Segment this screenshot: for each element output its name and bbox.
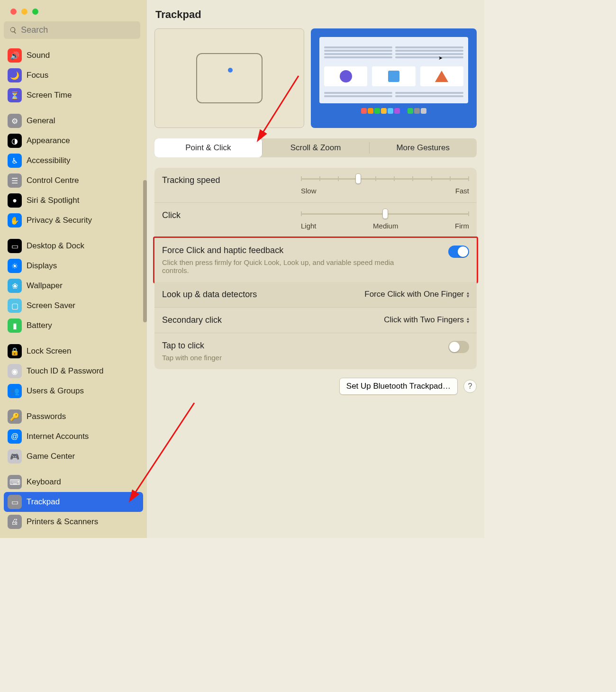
screen-saver-icon: ▢ xyxy=(8,299,22,313)
sidebar-item-users-groups[interactable]: 👥Users & Groups xyxy=(4,381,143,401)
secondary-click-select[interactable]: Click with Two Fingers ▴▾ xyxy=(384,315,469,325)
sidebar-item-appearance[interactable]: ◑Appearance xyxy=(4,131,143,151)
battery-icon: ▮ xyxy=(8,319,22,333)
trackpad-preview xyxy=(154,28,304,128)
sidebar: 🔊Sound🌙Focus⏳Screen Time⚙︎General◑Appear… xyxy=(0,0,147,538)
close-icon[interactable] xyxy=(10,9,17,15)
appearance-icon: ◑ xyxy=(8,134,22,148)
sidebar-item-control-centre[interactable]: ☰Control Centre xyxy=(4,171,143,191)
sidebar-item-label: Printers & Scanners xyxy=(27,517,98,527)
row-tap-to-click: Tap to click Tap with one finger xyxy=(154,333,477,369)
tab-bar: Point & Click Scroll & Zoom More Gesture… xyxy=(154,138,477,157)
sidebar-item-wallpaper[interactable]: ❀Wallpaper xyxy=(4,276,143,296)
sidebar-item-label: General xyxy=(27,116,55,126)
sidebar-item-label: Accessibility xyxy=(27,156,71,165)
sidebar-item-touch-id[interactable]: ◉Touch ID & Password xyxy=(4,361,143,381)
trackpad-icon: ▭ xyxy=(8,495,22,509)
sidebar-item-label: Touch ID & Password xyxy=(27,366,104,376)
sidebar-item-sound[interactable]: 🔊Sound xyxy=(4,46,143,65)
sidebar-item-label: Siri & Spotlight xyxy=(27,196,80,205)
sidebar-item-label: Displays xyxy=(27,261,57,271)
sidebar-item-internet-accounts[interactable]: @Internet Accounts xyxy=(4,427,143,446)
gesture-preview: ➤ xyxy=(311,28,477,128)
focus-icon: 🌙 xyxy=(8,68,22,82)
force-click-toggle[interactable] xyxy=(448,246,469,258)
sidebar-item-lock-screen[interactable]: 🔒Lock Screen xyxy=(4,341,143,361)
desktop-dock-icon: ▭ xyxy=(8,239,22,253)
content-pane: Trackpad ➤ xyxy=(147,0,484,538)
sidebar-item-label: Screen Saver xyxy=(27,301,75,310)
tab-point-click[interactable]: Point & Click xyxy=(154,138,262,157)
sidebar-item-battery[interactable]: ▮Battery xyxy=(4,316,143,336)
setup-bluetooth-button[interactable]: Set Up Bluetooth Trackpad… xyxy=(339,378,458,395)
sidebar-item-label: Internet Accounts xyxy=(27,432,89,441)
chevron-updown-icon: ▴▾ xyxy=(467,291,469,298)
control-centre-icon: ☰ xyxy=(8,173,22,188)
screen-time-icon: ⏳ xyxy=(8,88,22,102)
search-field[interactable] xyxy=(4,21,140,39)
help-button[interactable]: ? xyxy=(463,380,477,393)
sidebar-item-keyboard[interactable]: ⌨︎Keyboard xyxy=(4,472,143,492)
row-secondary-click: Secondary click Click with Two Fingers ▴… xyxy=(154,308,477,333)
sidebar-item-siri[interactable]: ●Siri & Spotlight xyxy=(4,191,143,210)
sidebar-item-screen-saver[interactable]: ▢Screen Saver xyxy=(4,296,143,316)
sidebar-item-screen-time[interactable]: ⏳Screen Time xyxy=(4,85,143,105)
sidebar-item-desktop-dock[interactable]: ▭Desktop & Dock xyxy=(4,236,143,256)
wallpaper-icon: ❀ xyxy=(8,279,22,293)
window-controls xyxy=(4,6,143,21)
accessibility-icon: ♿︎ xyxy=(8,154,22,168)
row-click: Click Light Medium Firm xyxy=(154,203,477,238)
row-lookup: Look up & data detectors Force Click wit… xyxy=(154,282,477,308)
users-groups-icon: 👥 xyxy=(8,384,22,398)
general-icon: ⚙︎ xyxy=(8,114,22,128)
printers-icon: 🖨 xyxy=(8,515,22,529)
chevron-updown-icon: ▴▾ xyxy=(467,317,469,323)
sidebar-item-game-center[interactable]: 🎮Game Center xyxy=(4,446,143,466)
sidebar-item-label: Focus xyxy=(27,71,48,80)
displays-icon: ☀︎ xyxy=(8,259,22,273)
tab-scroll-zoom[interactable]: Scroll & Zoom xyxy=(262,138,370,157)
scrollbar-thumb[interactable] xyxy=(143,180,147,322)
sidebar-item-displays[interactable]: ☀︎Displays xyxy=(4,256,143,276)
sidebar-item-trackpad[interactable]: ▭Trackpad xyxy=(4,492,143,512)
touch-id-icon: ◉ xyxy=(8,364,22,378)
lookup-select[interactable]: Force Click with One Finger ▴▾ xyxy=(364,290,469,299)
tap-to-click-toggle[interactable] xyxy=(448,341,469,353)
passwords-icon: 🔑 xyxy=(8,410,22,424)
sidebar-item-focus[interactable]: 🌙Focus xyxy=(4,65,143,85)
lock-screen-icon: 🔒 xyxy=(8,344,22,358)
sidebar-item-label: Users & Groups xyxy=(27,386,84,396)
sidebar-item-label: Lock Screen xyxy=(27,346,72,356)
page-title: Trackpad xyxy=(147,9,484,28)
sidebar-item-accessibility[interactable]: ♿︎Accessibility xyxy=(4,151,143,171)
sidebar-item-label: Sound xyxy=(27,51,50,60)
row-force-click: Force Click and haptic feedback Click th… xyxy=(153,237,478,283)
maximize-icon[interactable] xyxy=(32,9,38,15)
sound-icon: 🔊 xyxy=(8,48,22,63)
keyboard-icon: ⌨︎ xyxy=(8,475,22,489)
sidebar-list[interactable]: 🔊Sound🌙Focus⏳Screen Time⚙︎General◑Appear… xyxy=(4,43,143,538)
sidebar-item-label: Screen Time xyxy=(27,91,72,100)
search-icon xyxy=(9,26,17,35)
minimize-icon[interactable] xyxy=(21,9,27,15)
sidebar-item-printers[interactable]: 🖨Printers & Scanners xyxy=(4,512,143,532)
sidebar-item-general[interactable]: ⚙︎General xyxy=(4,111,143,131)
privacy-icon: ✋ xyxy=(8,213,22,228)
search-input[interactable] xyxy=(21,25,135,35)
sidebar-item-passwords[interactable]: 🔑Passwords xyxy=(4,407,143,427)
sidebar-item-label: Battery xyxy=(27,321,52,330)
sidebar-item-label: Keyboard xyxy=(27,477,61,487)
tab-more-gestures[interactable]: More Gestures xyxy=(369,138,477,157)
sidebar-item-privacy[interactable]: ✋Privacy & Security xyxy=(4,210,143,230)
sidebar-item-label: Privacy & Security xyxy=(27,216,92,225)
click-slider[interactable] xyxy=(301,210,469,217)
sidebar-item-label: Appearance xyxy=(27,136,70,146)
sidebar-item-label: Game Center xyxy=(27,452,75,461)
game-center-icon: 🎮 xyxy=(8,449,22,464)
sidebar-item-label: Control Centre xyxy=(27,176,79,185)
tracking-speed-slider[interactable] xyxy=(301,175,469,182)
row-tracking-speed: Tracking speed Slow Fast xyxy=(154,168,477,203)
sidebar-item-label: Desktop & Dock xyxy=(27,241,84,251)
cursor-icon: ➤ xyxy=(438,55,443,61)
sidebar-item-label: Wallpaper xyxy=(27,281,63,291)
